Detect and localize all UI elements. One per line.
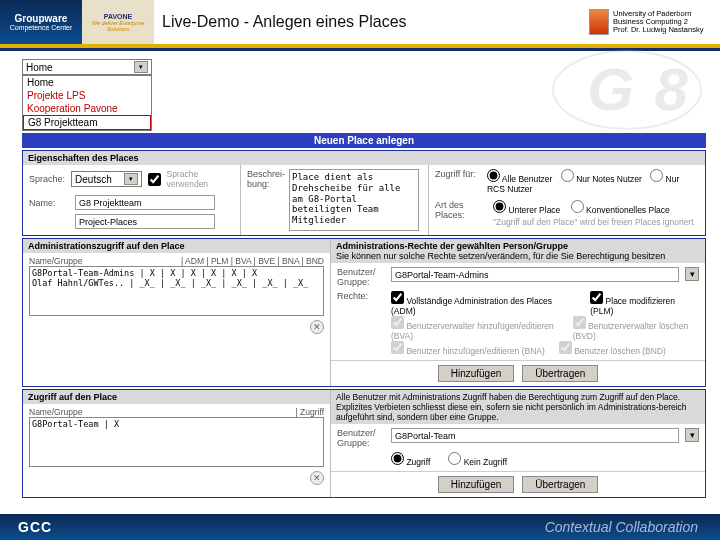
footer: GCC Contextual Collaboration [0,514,720,540]
shield-icon [589,9,609,35]
admin-right-head: Administrations-Rechte der gewählten Per… [331,239,705,263]
access-apply-button[interactable]: Übertragen [522,476,598,493]
desc-textarea[interactable]: Place dient als Drehscheibe für alle am … [289,169,419,231]
admin-add-button[interactable]: Hinzufügen [438,365,515,382]
nav-dropdown-list[interactable]: Home Projekte LPS Kooperation Pavone G8 … [22,75,152,131]
right-plm[interactable] [590,291,603,304]
access-group-picker[interactable]: ▾ [685,428,699,442]
affiliation: University of Paderborn Business Computi… [585,0,720,44]
admin-group-picker[interactable]: ▾ [685,267,699,281]
access-add-button[interactable]: Hinzufügen [438,476,515,493]
nav-dropdown[interactable]: Home ▾ [22,59,152,75]
admin-group-input[interactable] [391,267,679,282]
desc-label: Beschrei- bung: [247,169,285,231]
props-heading: Eigenschaften des Places [23,151,705,165]
name-label: Name: [29,198,69,208]
logo-pavone: PAVONE We deliver Enterprise Solutions [82,0,154,44]
right-bnd [559,341,572,354]
right-bna [391,341,404,354]
access-heading: Zugriff auf den Place [23,390,330,404]
page-title: Live-Demo - Anlegen eines Places [154,0,585,44]
logo-gcc: Groupware Competence Center [0,0,82,44]
access-group-input[interactable] [391,428,679,443]
path-input[interactable] [75,214,215,229]
access-label: Zugriff für: [435,169,481,194]
right-bvd [573,316,586,329]
access-no-radio[interactable] [448,452,461,465]
admin-listbox[interactable]: G8Portal-Team-Admins | X | X | X | X | X… [29,266,324,316]
right-adm[interactable] [391,291,404,304]
lang-label: Sprache: [29,174,65,184]
name-input[interactable] [75,195,215,210]
chevron-down-icon[interactable]: ▾ [134,61,148,73]
placetype-conv-radio[interactable] [571,200,584,213]
right-bva [391,316,404,329]
remove-admin-button[interactable]: ✕ [310,320,324,334]
remove-access-button[interactable]: ✕ [310,471,324,485]
access-rcs-radio[interactable] [650,169,663,182]
placetype-label: Art des Places: [435,200,487,227]
access-listbox[interactable]: G8Portal-Team | X [29,417,324,467]
access-note: Alle Benutzer mit Administrations Zugrif… [331,390,705,424]
access-notes-radio[interactable] [561,169,574,182]
lang-select[interactable]: Deutsch▾ [71,171,141,187]
access-all-radio[interactable] [487,169,500,182]
admin-left-head: Administrationszugriff auf den Place [23,239,330,253]
admin-apply-button[interactable]: Übertragen [522,365,598,382]
top-bar: Groupware Competence Center PAVONE We de… [0,0,720,44]
placetype-sub-radio[interactable] [493,200,506,213]
access-yes-radio[interactable] [391,452,404,465]
bar-new-place: Neuen Place anlegen [22,133,706,148]
lang-use-checkbox[interactable] [148,173,161,186]
